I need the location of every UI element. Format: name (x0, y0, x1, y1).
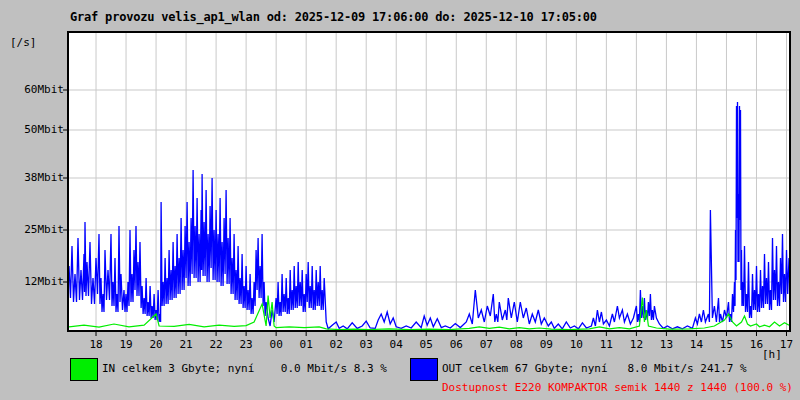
x-tick-label: 11 (593, 338, 619, 351)
y-tick-label: 50Mbit (12, 123, 64, 136)
legend-out-label: OUT celkem 67 Gbyte; nyní 8.0 Mbit/s 241… (442, 362, 747, 375)
x-tick-label: 06 (443, 338, 469, 351)
x-tick-label: 01 (293, 338, 319, 351)
y-tick-label: 12Mbit (12, 275, 64, 288)
traffic-graph-screen: Graf provozu velis_ap1_wlan od: 2025-12-… (0, 0, 800, 400)
legend-in-swatch (70, 358, 98, 381)
x-tick-label: 20 (143, 338, 169, 351)
availability-status-text: Dostupnost E220 KOMPAKTOR semik 1440 z 1… (442, 381, 793, 394)
y-tick-label: 25Mbit (12, 223, 64, 236)
x-tick-label: 18 (83, 338, 109, 351)
x-tick-label: 14 (683, 338, 709, 351)
x-tick-label: 12 (623, 338, 649, 351)
legend-in-label: IN celkem 3 Gbyte; nyní 0.0 Mbit/s 8.3 % (102, 362, 387, 375)
x-tick-label: 13 (653, 338, 679, 351)
x-tick-label: 02 (323, 338, 349, 351)
x-tick-label: 23 (233, 338, 259, 351)
legend-out-swatch (410, 358, 438, 381)
x-tick-label: 10 (563, 338, 589, 351)
x-tick-label: 07 (473, 338, 499, 351)
y-tick-label: 60Mbit (12, 83, 64, 96)
x-tick-label: 21 (173, 338, 199, 351)
y-tick-label: 38Mbit (12, 171, 64, 184)
x-tick-label: 05 (413, 338, 439, 351)
x-tick-label: 09 (533, 338, 559, 351)
x-tick-label: 19 (113, 338, 139, 351)
x-tick-label: 22 (203, 338, 229, 351)
x-tick-label: 00 (263, 338, 289, 351)
x-axis-unit-label: [h] (762, 348, 782, 361)
x-tick-label: 15 (713, 338, 739, 351)
x-tick-label: 04 (383, 338, 409, 351)
x-tick-label: 03 (353, 338, 379, 351)
x-tick-label: 08 (503, 338, 529, 351)
